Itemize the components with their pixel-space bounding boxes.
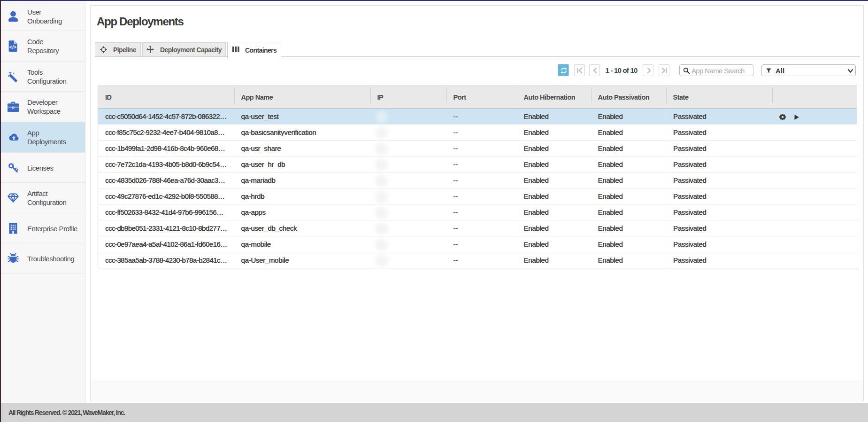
- svg-text:</>: </>: [9, 45, 16, 50]
